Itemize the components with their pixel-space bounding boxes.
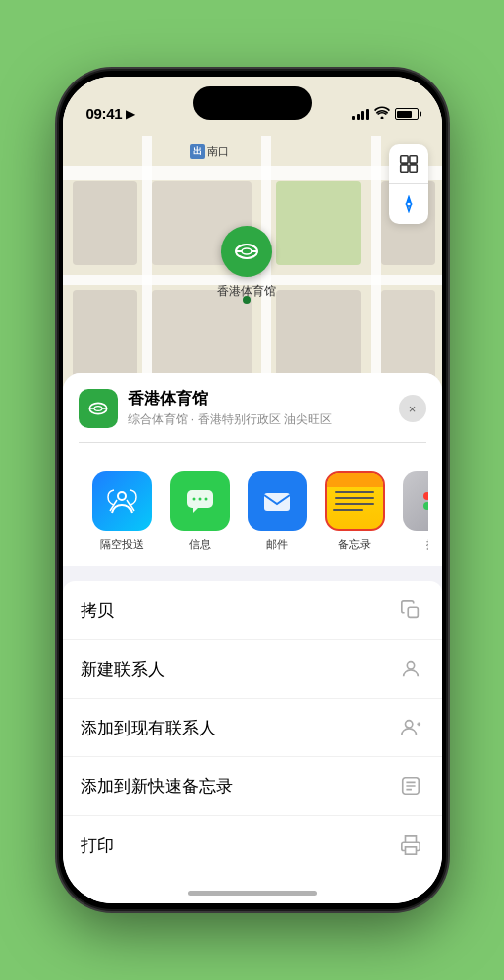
action-quick-note-label: 添加到新快速备忘录 xyxy=(81,775,233,798)
notes-label: 备忘录 xyxy=(338,537,371,552)
svg-rect-2 xyxy=(400,164,407,171)
svg-point-11 xyxy=(94,407,102,411)
svg-point-7 xyxy=(242,248,252,254)
svg-marker-4 xyxy=(406,197,411,204)
person-icon xyxy=(397,655,424,683)
action-list: 拷贝 新建联系人 xyxy=(63,581,442,874)
action-print[interactable]: 打印 xyxy=(63,816,442,874)
home-indicator xyxy=(188,891,317,896)
share-more[interactable]: 提 xyxy=(403,471,428,552)
close-button[interactable]: × xyxy=(399,395,426,422)
svg-point-18 xyxy=(204,498,207,501)
notes-icon-wrap xyxy=(325,471,385,531)
action-new-contact-label: 新建联系人 xyxy=(81,658,165,681)
more-icon-wrap xyxy=(403,471,428,531)
stadium-pin: 香港体育馆 xyxy=(217,226,276,300)
svg-rect-0 xyxy=(400,155,407,162)
phone-screen: 09:41 ▶ xyxy=(63,77,442,903)
exit-badge: 出 xyxy=(190,144,205,159)
battery-icon xyxy=(395,108,419,120)
share-row-container: 隔空投送 信息 xyxy=(63,443,442,566)
action-copy-label: 拷贝 xyxy=(81,599,114,622)
location-subtitle: 综合体育馆 · 香港特别行政区 油尖旺区 xyxy=(128,411,389,428)
signal-bar-2 xyxy=(357,114,360,120)
mail-icon-wrap xyxy=(248,471,307,531)
map-layers-button[interactable] xyxy=(389,144,428,184)
note-icon xyxy=(397,772,424,800)
action-print-label: 打印 xyxy=(81,834,114,857)
wifi-icon xyxy=(374,106,390,122)
airdrop-icon-wrap xyxy=(92,471,152,531)
svg-marker-5 xyxy=(406,205,411,212)
message-icon-wrap xyxy=(170,471,230,531)
more-label: 提 xyxy=(426,537,428,552)
svg-rect-1 xyxy=(409,155,416,162)
share-notes[interactable]: 备忘录 xyxy=(325,471,385,552)
location-arrow-icon: ▶ xyxy=(126,107,135,121)
svg-rect-29 xyxy=(405,847,416,854)
svg-point-21 xyxy=(407,662,414,669)
action-new-contact[interactable]: 新建联系人 xyxy=(63,640,442,699)
pin-dot xyxy=(243,296,251,304)
share-message[interactable]: 信息 xyxy=(170,471,230,552)
divider xyxy=(63,566,442,573)
status-time: 09:41 xyxy=(86,105,123,122)
signal-bar-3 xyxy=(361,111,364,120)
mail-label: 邮件 xyxy=(266,537,288,552)
location-header: 香港体育馆 综合体育馆 · 香港特别行政区 油尖旺区 × xyxy=(63,373,442,443)
south-exit-label: 南口 xyxy=(207,144,229,159)
person-add-icon xyxy=(397,714,424,741)
share-airdrop[interactable]: 隔空投送 xyxy=(92,471,152,552)
dynamic-island xyxy=(193,86,312,120)
location-name: 香港体育馆 xyxy=(128,389,389,409)
map-label: 出 南口 xyxy=(190,144,229,159)
signal-bar-4 xyxy=(366,109,369,120)
svg-point-17 xyxy=(198,498,201,501)
pin-circle xyxy=(221,226,272,277)
status-icons xyxy=(352,106,419,122)
svg-point-14 xyxy=(118,492,126,500)
action-quick-note[interactable]: 添加到新快速备忘录 xyxy=(63,757,442,816)
message-label: 信息 xyxy=(189,537,211,552)
action-copy[interactable]: 拷贝 xyxy=(63,581,442,640)
svg-rect-3 xyxy=(409,164,416,171)
print-icon xyxy=(397,831,424,859)
action-add-contact[interactable]: 添加到现有联系人 xyxy=(63,699,442,757)
svg-rect-20 xyxy=(408,607,418,617)
svg-point-16 xyxy=(192,498,195,501)
map-controls xyxy=(389,144,428,224)
phone-frame: 09:41 ▶ xyxy=(59,71,446,909)
copy-icon xyxy=(397,596,424,624)
battery-fill xyxy=(397,111,412,118)
location-info: 香港体育馆 综合体育馆 · 香港特别行政区 油尖旺区 xyxy=(128,389,389,428)
share-row: 隔空投送 信息 xyxy=(77,457,428,566)
share-mail[interactable]: 邮件 xyxy=(248,471,307,552)
signal-bars xyxy=(352,109,369,120)
signal-bar-1 xyxy=(352,116,355,120)
bottom-sheet: 香港体育馆 综合体育馆 · 香港特别行政区 油尖旺区 × xyxy=(63,373,442,903)
location-venue-icon xyxy=(79,389,118,428)
svg-rect-19 xyxy=(264,493,290,511)
home-indicator-bar xyxy=(63,874,442,903)
compass-button[interactable] xyxy=(389,184,428,224)
airdrop-label: 隔空投送 xyxy=(100,537,144,552)
svg-point-22 xyxy=(405,721,412,728)
action-add-contact-label: 添加到现有联系人 xyxy=(81,717,216,739)
